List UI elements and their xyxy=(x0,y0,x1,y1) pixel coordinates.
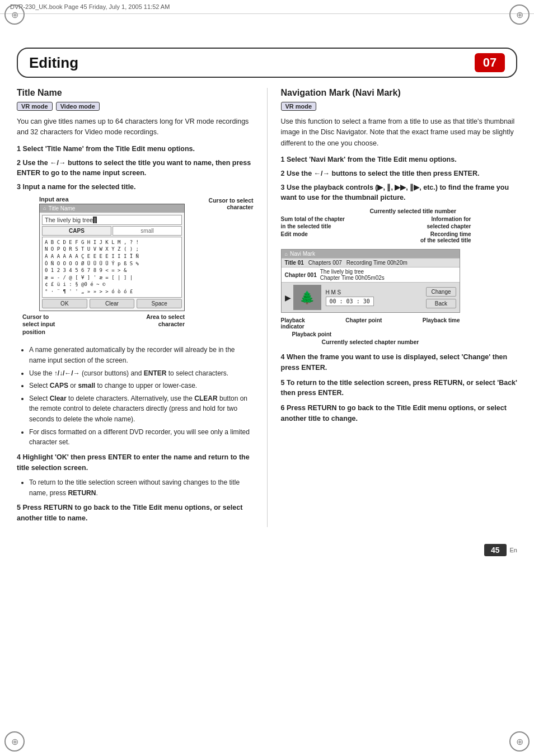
navi-step-3: 3 Use the playback controls (▶, ‖, ▶▶, ‖… xyxy=(281,182,518,204)
corner-decoration-br xyxy=(509,731,530,752)
navi-mark-diagram: ⌂ Navi Mark Title 01 Chapters 007 Record… xyxy=(281,249,460,313)
left-column: Title Name VR mode Video mode You can gi… xyxy=(17,88,268,527)
navi-step-6: 6 Press RETURN to go back to the Title E… xyxy=(281,403,518,424)
callout-rec-time: Recording timeof the selected title xyxy=(420,231,471,243)
navi-chapters: Chapters 007 xyxy=(308,260,342,266)
callout-row-top: Sum total of the chapterin the selected … xyxy=(281,215,471,230)
bullet-4: Select Clear to delete characters. Alter… xyxy=(29,393,254,425)
navi-step-1: 1 Select 'Navi Mark' from the Title Edit… xyxy=(281,154,518,165)
navi-side-buttons: Change Back xyxy=(426,287,456,308)
callout-area-select: Area to selectcharacter xyxy=(146,313,185,336)
diagram-title-text: Title Name xyxy=(48,205,75,212)
corner-decoration-tr xyxy=(509,4,530,25)
navi-title-text: Navi Mark xyxy=(290,251,315,257)
step-3-label: 3 Input a name for the selected title. xyxy=(17,182,254,192)
navi-chapter-row: Chapter 001 The lively big tree Chapter … xyxy=(282,267,460,282)
caps-button[interactable]: CAPS xyxy=(42,226,111,236)
space-button[interactable]: Space xyxy=(137,299,182,308)
bullet-list: A name generated automatically by the re… xyxy=(21,345,254,447)
bullet-1: A name generated automatically by the re… xyxy=(29,345,254,365)
corner-decoration-bl xyxy=(4,731,25,752)
title-name-badges: VR mode Video mode xyxy=(17,102,254,111)
badge-vr-mode-right: VR mode xyxy=(281,102,317,111)
playback-indicator-icon: ▶ xyxy=(285,293,291,302)
step-2: 2 Use the ←/→ buttons to select the titl… xyxy=(17,158,254,179)
small-button[interactable]: small xyxy=(113,226,182,236)
navi-chapter-001: Chapter 001 xyxy=(285,272,317,278)
file-info: DVR-230_UK.book Page 45 Friday, July 1, … xyxy=(10,3,170,10)
navi-chapter-time: Chapter Time 00h05m02s xyxy=(320,275,385,281)
callout-chapter-pt: Chapter point xyxy=(345,317,382,330)
navi-step-4: 4 When the frame you want to use is disp… xyxy=(281,352,518,373)
change-button[interactable]: Change xyxy=(426,287,456,297)
callout-playback-pt: Playback point xyxy=(292,331,518,337)
navi-step-5: 5 To return to the title selection scree… xyxy=(281,378,518,399)
back-button[interactable]: Back xyxy=(426,299,456,308)
navi-playback-area: ▶ 🌲 H M S 00 : 03 : 30 Change Back xyxy=(282,282,460,312)
step-5: 5 Press RETURN to go back to the Title E… xyxy=(17,503,254,524)
diagram-title-bar: ⌂ Title Name xyxy=(40,204,184,213)
diagram-caps-row: CAPS small xyxy=(42,226,182,236)
badge-vr-mode: VR mode xyxy=(17,102,53,111)
callout-cursor-char: Cursor to select character xyxy=(181,197,254,210)
callout-chapter-num: Currently selected chapter number xyxy=(281,339,460,345)
callout-playback-ind: Playbackindicator xyxy=(281,317,305,330)
corner-decoration-tl xyxy=(4,4,25,25)
step-4-bullet: To return to the title selection screen … xyxy=(29,477,254,498)
callout-row-top2: Edit mode Recording timeof the selected … xyxy=(281,231,471,243)
bullet-2: Use the ↑/↓/←/→ (cursor buttons) and ENT… xyxy=(29,368,254,379)
right-column: Navigation Mark (Navi Mark) VR mode Use … xyxy=(268,88,518,527)
page-number-bottom: 45 xyxy=(484,544,507,556)
navi-title-bar: ⌂ Navi Mark xyxy=(282,250,460,258)
navi-row-title-info: Title 01 Chapters 007 Recording Time 00h… xyxy=(282,258,460,267)
callout-edit-mode: Edit mode xyxy=(281,231,308,243)
name-input-diagram: ⌂ Title Name The lively big tree| CAPS s… xyxy=(39,204,185,311)
navi-title-01: Title 01 xyxy=(285,260,304,266)
thumbnail-tree: 🌲 xyxy=(293,285,321,310)
callout-playback-time: Playback time xyxy=(423,317,460,330)
callout-cursor-input: Cursor toselect inputposition xyxy=(22,313,55,336)
callout-title-num: Currently selected title number xyxy=(309,208,518,214)
main-content: Title Name VR mode Video mode You can gi… xyxy=(17,88,517,527)
char-grid-area: A B C D E F G H I J K L M , ? ! N O P Q … xyxy=(42,237,182,298)
page-lang: En xyxy=(510,547,517,553)
hms-label: H M S xyxy=(326,289,341,295)
playback-time-value: 00 : 03 : 30 xyxy=(326,297,374,306)
title-name-intro: You can give titles names up to 64 chara… xyxy=(17,116,254,138)
diagram-button-row: OK Clear Space xyxy=(42,299,182,308)
title-name-heading: Title Name xyxy=(17,88,254,98)
step-4-bullet-list: To return to the title selection screen … xyxy=(21,477,254,498)
clear-button[interactable]: Clear xyxy=(90,299,135,308)
page-title: Editing xyxy=(29,54,78,72)
page-number: 07 xyxy=(475,53,505,72)
navi-chapter-title: The lively big tree xyxy=(320,269,385,275)
step-4: 4 Highlight 'OK' then press ENTER to ent… xyxy=(17,452,254,473)
navi-mark-heading: Navigation Mark (Navi Mark) xyxy=(281,88,518,98)
navi-mark-intro: Use this function to select a frame from… xyxy=(281,116,518,149)
bottom-bar: 45 En xyxy=(0,538,534,562)
page-header: Editing 07 xyxy=(17,48,517,78)
bullet-5: For discs formatted on a different DVD r… xyxy=(29,427,254,448)
header-bar: DVR-230_UK.book Page 45 Friday, July 1, … xyxy=(0,0,534,14)
diagram-input-text: The lively big tree| xyxy=(42,215,182,225)
ok-button[interactable]: OK xyxy=(42,299,87,308)
navi-rec-time: Recording Time 00h20m xyxy=(346,260,407,266)
callout-sum-total: Sum total of the chapterin the selected … xyxy=(281,215,345,230)
navi-diagram-wrapper: Currently selected title number Sum tota… xyxy=(281,208,518,345)
playback-time-area: H M S 00 : 03 : 30 xyxy=(326,289,374,306)
callout-row-bottom: Playbackindicator Chapter point Playback… xyxy=(281,317,460,330)
step-1: 1 Select 'Title Name' from the Title Edi… xyxy=(17,144,254,154)
badge-video-mode: Video mode xyxy=(56,102,100,111)
bullet-3: Select CAPS or small to change to upper … xyxy=(29,381,254,391)
navi-mark-badges: VR mode xyxy=(281,102,518,111)
callout-info-chapter: Information forselected chapter xyxy=(427,215,471,230)
navi-step-2: 2 Use the ←/→ buttons to select the titl… xyxy=(281,168,518,179)
